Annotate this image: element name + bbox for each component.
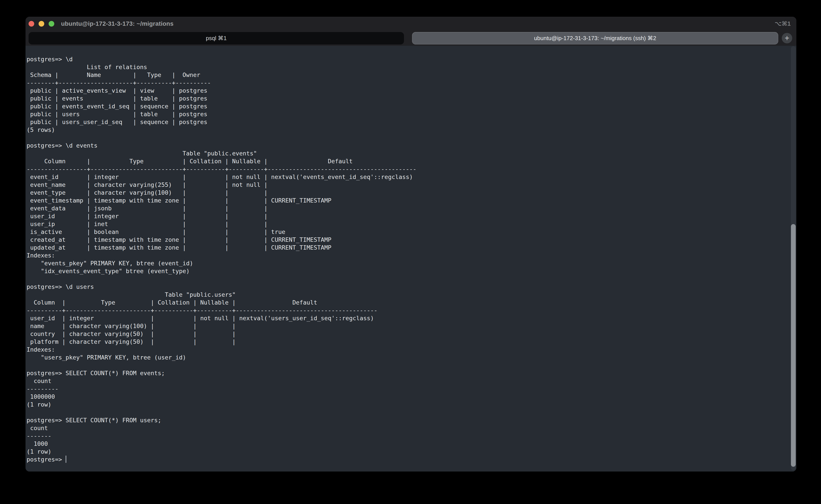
zoom-button[interactable] [49, 21, 54, 27]
new-tab-button[interactable]: + [782, 33, 792, 43]
prompt-line: postgres=> [27, 456, 788, 463]
titlebar: ubuntu@ip-172-31-3-173: ~/migrations ⌥⌘1 [26, 17, 796, 31]
tab-bar: psql ⌘1 ubuntu@ip-172-31-3-173: ~/migrat… [26, 31, 796, 46]
plus-icon: + [785, 34, 789, 42]
scrollbar-track[interactable] [791, 46, 796, 470]
terminal-pane[interactable]: postgres=> \d List of relations Schema |… [26, 46, 796, 472]
close-button[interactable] [29, 21, 34, 27]
text-cursor [66, 456, 66, 463]
scrollbar-thumb[interactable] [791, 224, 796, 467]
window-chrome: ubuntu@ip-172-31-3-173: ~/migrations ⌥⌘1… [26, 17, 796, 46]
prompt-text: postgres=> [27, 456, 66, 463]
minimize-button[interactable] [39, 21, 44, 27]
desktop: { "window": { "title": "ubuntu@ip-172-31… [0, 0, 821, 504]
terminal-window: ubuntu@ip-172-31-3-173: ~/migrations ⌥⌘1… [26, 17, 796, 472]
tab-ssh[interactable]: ubuntu@ip-172-31-3-173: ~/migrations (ss… [412, 32, 778, 44]
window-title: ubuntu@ip-172-31-3-173: ~/migrations [61, 20, 174, 27]
tab-psql-label: psql ⌘1 [206, 35, 227, 42]
psql-session-text: postgres=> \d List of relations Schema |… [27, 55, 788, 456]
window-shortcut-badge: ⌥⌘1 [775, 20, 791, 27]
tab-ssh-label: ubuntu@ip-172-31-3-173: ~/migrations (ss… [534, 35, 656, 42]
tab-psql[interactable]: psql ⌘1 [29, 32, 404, 44]
terminal-output: postgres=> \d List of relations Schema |… [27, 55, 788, 472]
traffic-lights [29, 21, 54, 27]
